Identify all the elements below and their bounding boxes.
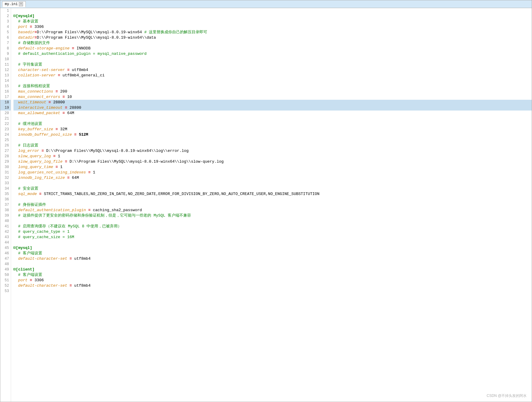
equals-sign: =: [51, 154, 58, 159]
code-line: ⊟[mysql]: [13, 245, 532, 251]
code-line: [13, 288, 532, 294]
config-value: 200: [60, 89, 67, 94]
config-value: 3306: [34, 24, 44, 30]
config-value: 32M: [60, 127, 67, 132]
line-number: 44: [0, 240, 11, 245]
line-number: 4: [0, 24, 11, 30]
line-number: 53: [0, 288, 11, 294]
config-value: utf8mb4: [74, 283, 91, 288]
config-value: 64M: [67, 111, 74, 116]
code-line: [13, 197, 532, 202]
comment: # 字符集设置: [13, 62, 42, 67]
config-key: max_allowed_packet: [13, 111, 60, 116]
line-number: 42: [0, 229, 11, 235]
line-number: 25: [0, 137, 11, 143]
line-number: 41: [0, 224, 11, 229]
line-number: 47: [0, 256, 11, 262]
section-header: ⊟[mysqld]: [13, 13, 34, 19]
code-line: wait_timeout = 28800: [13, 100, 532, 105]
config-value: 512M: [79, 132, 88, 137]
code-line: basedir=D:\\Program Files\\MySQL\\mysql-…: [13, 30, 532, 35]
config-key: interactive_timeout: [13, 105, 63, 111]
equals-sign: =: [39, 148, 46, 154]
code-line: [13, 137, 532, 143]
title-bar: my.ini ×: [0, 0, 532, 8]
line-number: 45: [0, 245, 11, 251]
config-value: 3306: [34, 278, 44, 283]
comment: # 这里替换成你自己的解压目录即可: [144, 30, 207, 35]
config-value: utf8mb4: [74, 256, 91, 262]
code-area[interactable]: ⊟[mysqld] # 基本设置 port = 3306 basedir=D:\…: [11, 8, 532, 402]
line-number: 13: [0, 73, 11, 78]
line-number: 2: [0, 13, 11, 19]
line-number: 21: [0, 116, 11, 121]
equals-sign: =: [28, 278, 34, 283]
config-key: long_query_time: [13, 164, 53, 170]
line-number: 18: [0, 100, 11, 105]
config-key: log_error: [13, 148, 39, 154]
line-number: 46: [0, 251, 11, 256]
comment: # 安全设置: [13, 186, 38, 191]
code-line: # default_authentication_plugin = mysql_…: [13, 51, 532, 57]
config-key: default-character-set: [13, 283, 67, 288]
code-line: # query_cache_size = 16M: [13, 235, 532, 240]
line-number: 5: [0, 30, 11, 35]
code-line: log_error = D:\\Program Files\\MySQL\\my…: [13, 148, 532, 154]
line-number: 17: [0, 94, 11, 100]
line-number: 37: [0, 202, 11, 208]
config-value: D:\\Program Files\\MySQL\\mysql-8.0.19-w…: [37, 35, 156, 40]
code-line: default-character-set = utf8mb4: [13, 256, 532, 262]
equals-sign: =: [53, 89, 60, 94]
config-key: log_queries_not_using_indexes: [13, 170, 86, 175]
line-number: 29: [0, 159, 11, 164]
equals-sign: =: [28, 24, 34, 30]
code-line: port = 3306: [13, 24, 532, 30]
line-numbers: 1234567891011121314151617181920212223242…: [0, 8, 11, 402]
code-line: ⊟[client]: [13, 267, 532, 272]
code-line: max_connect_errors = 10: [13, 94, 532, 100]
line-number: 32: [0, 175, 11, 181]
comment: # query_cache_type = 1: [13, 229, 69, 235]
equals-sign: =: [55, 73, 62, 78]
comment: # 客户端设置: [13, 251, 42, 256]
config-key: default-character-set: [13, 256, 67, 262]
comment: # 这插件提供了更安全的密码存储和身份验证机制，但是，它可能与一些老的 MySQ…: [13, 213, 191, 218]
equals-sign: =: [53, 127, 60, 132]
section-header: ⊟[mysql]: [13, 245, 32, 251]
watermark: CSDN @不掉头发的阿水: [486, 393, 527, 398]
code-line: # 连接和线程设置: [13, 84, 532, 89]
line-number: 12: [0, 67, 11, 73]
equals-sign: =: [63, 159, 69, 164]
config-key: slow_query_log: [13, 154, 51, 159]
code-line: interactive_timeout = 28800: [13, 105, 532, 111]
code-line: [13, 78, 532, 84]
config-value: 28800: [53, 100, 65, 105]
config-value: D:\\Program Files\\MySQL\\mysql-8.0.19-w…: [69, 159, 224, 164]
config-value: 1: [60, 164, 63, 170]
equals-sign: =: [34, 35, 37, 40]
code-line: log_queries_not_using_indexes = 1: [13, 170, 532, 175]
config-key: wait_timeout: [13, 100, 46, 105]
line-number: 1: [0, 8, 11, 13]
config-key: default_authentication_plugin: [13, 208, 86, 213]
equals-sign: =: [72, 132, 79, 137]
tab-close-button[interactable]: ×: [19, 2, 23, 6]
config-value: INNODB: [77, 46, 91, 51]
code-line: datadir=D:\\Program Files\\MySQL\\mysql-…: [13, 35, 532, 40]
code-line: # 日志设置: [13, 143, 532, 148]
config-key: sql_mode: [13, 191, 37, 197]
code-line: # 缓冲池设置: [13, 121, 532, 127]
comment: # 基本设置: [13, 19, 38, 24]
file-tab[interactable]: my.ini ×: [2, 1, 26, 7]
config-key: max_connections: [13, 89, 53, 94]
config-value: 64M: [72, 175, 79, 181]
line-number: 10: [0, 57, 11, 62]
config-value: D:\\Program Files\\MySQL\\mysql-8.0.19-w…: [46, 148, 189, 154]
comment: # 日志设置: [13, 143, 38, 148]
code-line: innodb_buffer_pool_size = 512M: [13, 132, 532, 137]
code-line: sql_mode = STRICT_TRANS_TABLES,NO_ZERO_I…: [13, 191, 532, 197]
editor-window: my.ini × 1234567891011121314151617181920…: [0, 0, 532, 402]
code-line: # 存储数据的文件: [13, 40, 532, 46]
comment: # 存储数据的文件: [13, 40, 50, 46]
code-line: # 启用查询缓存（不建议在 MySQL 8 中使用，已被弃用）: [13, 224, 532, 229]
